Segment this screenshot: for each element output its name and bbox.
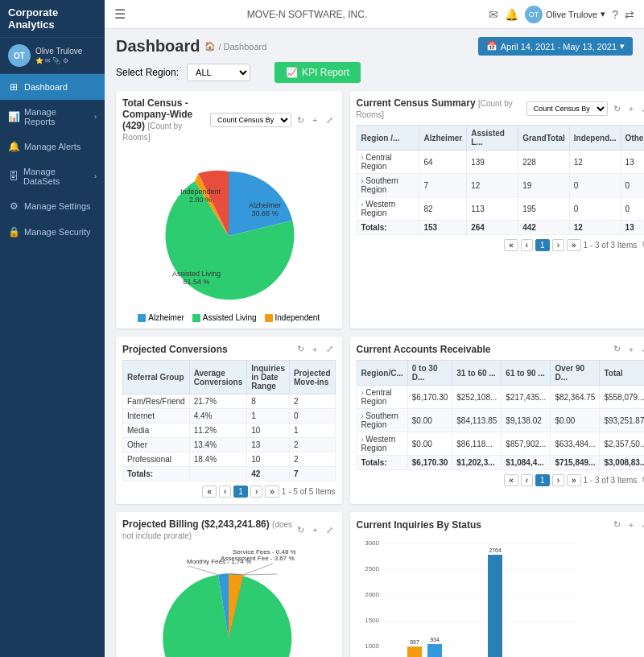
kpi-label: KPI Report <box>302 67 349 78</box>
share-icon[interactable]: ⇄ <box>625 8 634 21</box>
pagination-info: 1 - 3 of 3 Items <box>584 476 638 485</box>
expand-icon[interactable]: + <box>626 101 636 116</box>
last-page-btn[interactable]: » <box>567 239 581 251</box>
first-page-btn[interactable]: « <box>202 486 217 498</box>
sidebar-item-label: Manage Settings <box>24 201 91 211</box>
refresh-icon[interactable]: ↻ <box>611 519 623 531</box>
security-icon: 🔒 <box>8 226 19 238</box>
chevron-down-icon: ▾ <box>620 41 625 52</box>
chevron-down-icon: ▾ <box>601 9 605 19</box>
region-label: Select Region: <box>116 67 179 78</box>
chevron-right-icon: › <box>94 113 97 121</box>
sidebar-item-manage-alerts[interactable]: 🔔 Manage Alerts <box>0 134 105 159</box>
sidebar-item-label: Manage Alerts <box>24 142 80 151</box>
page-header: Dashboard 🏠 / Dashboard 📅 April 14, 2021… <box>116 37 633 56</box>
sidebar-item-manage-reports[interactable]: 📊 Manage Reports › <box>0 100 105 134</box>
expand-arrow[interactable]: › <box>361 436 364 444</box>
expand-arrow[interactable]: › <box>361 412 364 420</box>
expand-icon[interactable]: + <box>626 519 636 531</box>
page-1-btn[interactable]: 1 <box>535 474 550 486</box>
inquiries-status-card: Current Inquiries By Status ↻ + ⤢ 3000 2… <box>350 512 644 657</box>
census-pagination: « ‹ 1 › » 1 - 3 of 3 Items ↻ <box>357 239 644 251</box>
sidebar-header: Corporate Analytics <box>0 0 105 38</box>
expand-arrow[interactable]: › <box>361 154 364 162</box>
kpi-report-button[interactable]: 📈 KPI Report <box>275 62 361 83</box>
bell-icon[interactable]: 🔔 <box>505 8 518 21</box>
totals-row: Totals: 1532644421213 <box>357 221 644 235</box>
census-summary-table: Region /... Alzheimer Assisted L... Gran… <box>357 125 644 235</box>
first-page-btn[interactable]: « <box>504 239 518 251</box>
page-1-btn[interactable]: 1 <box>233 486 248 498</box>
hamburger-icon[interactable]: ☰ <box>114 6 126 22</box>
sidebar-item-manage-settings[interactable]: ⚙ Manage Settings <box>0 193 105 219</box>
last-page-btn[interactable]: » <box>265 486 279 498</box>
next-page-btn[interactable]: › <box>250 486 262 498</box>
projected-conversions-card: Projected Conversions ↻ + ⤢ Referral Gro… <box>116 337 342 504</box>
next-page-btn[interactable]: › <box>552 474 564 486</box>
help-icon[interactable]: ? <box>612 8 618 21</box>
svg-text:1000: 1000 <box>365 643 379 650</box>
refresh-icon[interactable]: ↻ <box>611 101 623 116</box>
inquiries-title: Current Inquiries By Status <box>357 519 481 531</box>
count-census-select[interactable]: Count Census By <box>210 113 291 127</box>
prev-page-btn[interactable]: ‹ <box>521 474 533 486</box>
fullscreen-icon[interactable]: ⤢ <box>639 101 644 116</box>
email-icon[interactable]: ✉ <box>489 8 498 21</box>
census-pie-chart: Alzheimer 30.66 % Assisted Living 61.54 … <box>124 147 333 308</box>
table-row: › Western Region $0.00$86,118...$857,902… <box>357 432 644 456</box>
sidebar-item-label: Manage DataSets <box>23 167 89 186</box>
refresh-icon[interactable]: ↻ <box>295 113 307 127</box>
refresh-icon[interactable]: ↻ <box>639 239 644 251</box>
bar-lost <box>488 555 502 657</box>
refresh-icon[interactable]: ↻ <box>639 474 644 486</box>
prev-page-btn[interactable]: ‹ <box>219 486 231 498</box>
svg-text:2000: 2000 <box>365 591 379 598</box>
first-page-btn[interactable]: « <box>504 474 518 486</box>
next-page-btn[interactable]: › <box>552 239 564 251</box>
refresh-icon[interactable]: ↻ <box>295 524 307 536</box>
table-row: › Southern Region $0.00$84,113.85$9,138.… <box>357 409 644 432</box>
topbar-right: ✉ 🔔 OT Olive Trulove ▾ ? ⇄ <box>489 6 634 23</box>
fullscreen-icon[interactable]: ⤢ <box>639 343 644 355</box>
sidebar-item-manage-security[interactable]: 🔒 Manage Security <box>0 219 105 245</box>
expand-icon[interactable]: + <box>310 343 320 355</box>
expand-arrow[interactable]: › <box>361 200 364 209</box>
svg-text:Alzheimer: Alzheimer <box>249 201 281 209</box>
sidebar-item-dashboard[interactable]: ⊞ Dashboard <box>0 74 105 100</box>
bar-chart-svg: 3000 2500 2000 1500 1000 500 0 <box>357 535 582 657</box>
page-1-btn[interactable]: 1 <box>535 239 550 251</box>
sidebar-item-manage-datasets[interactable]: 🗄 Manage DataSets › <box>0 159 105 193</box>
refresh-icon[interactable]: ↻ <box>611 343 623 355</box>
prev-page-btn[interactable]: ‹ <box>521 239 533 251</box>
svg-line-6 <box>188 566 218 575</box>
billing-title: Projected Billing ($2,243,241.86) <box>122 519 270 530</box>
region-row: Select Region: ALL Central Southern West… <box>116 62 633 83</box>
expand-icon[interactable]: + <box>626 343 636 355</box>
svg-text:30.66 %: 30.66 % <box>252 209 279 217</box>
svg-text:2.80 %: 2.80 % <box>189 196 212 204</box>
current-census-card: Current Census Summary [Count by Rooms] … <box>350 91 644 328</box>
region-select[interactable]: ALL Central Southern Western <box>187 64 250 81</box>
inquiries-bar-chart: 3000 2500 2000 1500 1000 500 0 <box>357 535 644 657</box>
fullscreen-icon[interactable]: ⤢ <box>639 519 644 531</box>
count-census-select[interactable]: Count Census By <box>526 101 608 116</box>
user-menu[interactable]: OT Olive Trulove ▾ <box>525 6 605 23</box>
pagination-info: 1 - 5 of 5 Items <box>282 487 336 496</box>
conversions-pagination: « ‹ 1 › » 1 - 5 of 5 Items <box>122 486 336 498</box>
refresh-icon[interactable]: ↻ <box>295 343 307 355</box>
topbar-avatar: OT <box>525 6 543 23</box>
last-page-btn[interactable]: » <box>567 474 581 486</box>
expand-arrow[interactable]: › <box>361 177 364 185</box>
fullscreen-icon[interactable]: ⤢ <box>324 343 336 355</box>
date-range-text: April 14, 2021 - May 13, 2021 <box>501 42 617 52</box>
sidebar-user: OT Olive Trulove ⭐ ✉ 📎 ⚙ <box>0 38 105 74</box>
fullscreen-icon[interactable]: ⤢ <box>324 524 336 536</box>
date-range-button[interactable]: 📅 April 14, 2021 - May 13, 2021 ▾ <box>478 37 633 56</box>
breadcrumb-item: Dashboard <box>224 42 267 52</box>
expand-icon[interactable]: + <box>310 113 320 127</box>
table-row: › Central Region 641392281213 <box>357 151 644 174</box>
fullscreen-icon[interactable]: ⤢ <box>324 113 336 127</box>
expand-arrow[interactable]: › <box>361 389 364 397</box>
breadcrumb: 🏠 / Dashboard <box>204 41 266 52</box>
expand-icon[interactable]: + <box>310 524 320 536</box>
